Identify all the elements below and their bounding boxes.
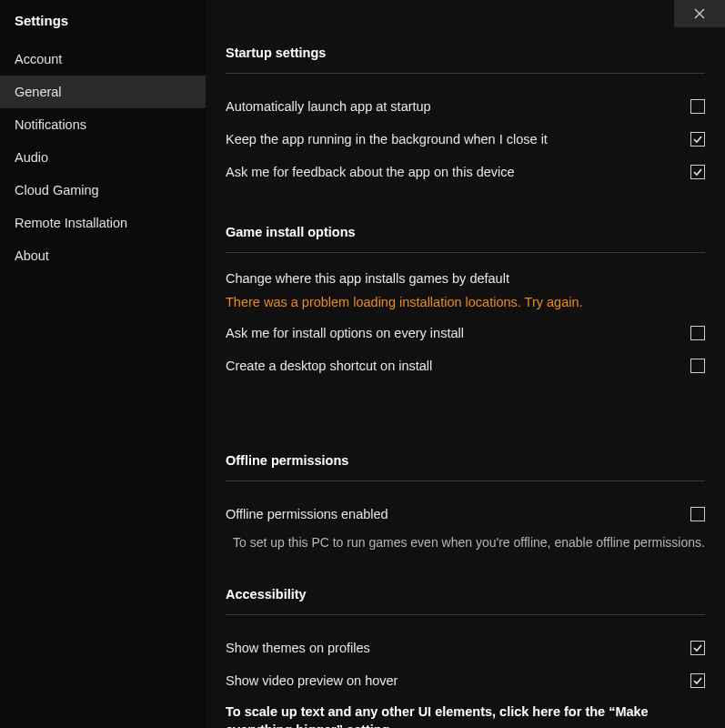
setting-desktop-shortcut: Create a desktop shortcut on install [226, 349, 705, 382]
checkbox-show-themes[interactable] [690, 641, 705, 655]
close-icon [694, 8, 705, 19]
sidebar: Settings Account General Notifications A… [0, 0, 206, 728]
close-button[interactable] [674, 0, 725, 27]
sidebar-item-label: Cloud Gaming [15, 183, 99, 197]
sidebar-item-label: About [15, 248, 49, 263]
sidebar-item-audio[interactable]: Audio [0, 141, 206, 174]
page-title: Settings [0, 0, 206, 43]
offline-help-text: To set up this PC to run games even when… [226, 531, 705, 560]
check-icon [692, 134, 703, 145]
sidebar-item-remote-installation[interactable]: Remote Installation [0, 207, 206, 239]
setting-video-preview: Show video preview on hover [226, 664, 705, 697]
section-title-offline: Offline permissions [226, 453, 705, 481]
checkbox-video-preview[interactable] [690, 673, 705, 688]
check-icon [692, 642, 703, 653]
main-content: Startup settings Automatically launch ap… [206, 0, 725, 728]
checkbox-run-in-background[interactable] [690, 132, 705, 147]
setting-label: Show video preview on hover [226, 672, 398, 690]
sidebar-item-cloud-gaming[interactable]: Cloud Gaming [0, 174, 206, 207]
sidebar-item-about[interactable]: About [0, 239, 206, 272]
setting-launch-at-startup: Automatically launch app at startup [226, 90, 705, 123]
setting-label: Ask me for feedback about the app on thi… [226, 163, 515, 181]
setting-run-in-background: Keep the app running in the background w… [226, 123, 705, 156]
sidebar-item-label: Notifications [15, 117, 86, 132]
setting-label: Show themes on profiles [226, 639, 370, 657]
setting-label: Keep the app running in the background w… [226, 130, 548, 148]
setting-change-install-location: Change where this app installs games by … [226, 269, 705, 293]
setting-label: Automatically launch app at startup [226, 97, 431, 116]
install-location-error[interactable]: There was a problem loading installation… [226, 293, 705, 317]
setting-offline-enabled: Offline permissions enabled [226, 498, 705, 531]
section-accessibility: Accessibility Show themes on profiles Sh… [226, 587, 705, 728]
checkbox-launch-at-startup[interactable] [690, 99, 705, 114]
sidebar-item-label: General [15, 85, 62, 99]
section-title-accessibility: Accessibility [226, 587, 705, 615]
setting-label: Ask me for install options on every inst… [226, 324, 464, 342]
sidebar-item-label: Remote Installation [15, 216, 127, 230]
section-startup: Startup settings Automatically launch ap… [226, 46, 705, 188]
section-offline: Offline permissions Offline permissions … [226, 453, 705, 560]
setting-label: Create a desktop shortcut on install [226, 357, 432, 375]
checkbox-desktop-shortcut[interactable] [690, 359, 705, 373]
scale-ui-link[interactable]: To scale up text and any other UI elemen… [226, 697, 705, 728]
check-icon [692, 675, 703, 686]
setting-feedback: Ask me for feedback about the app on thi… [226, 156, 705, 188]
sidebar-item-label: Audio [15, 150, 48, 165]
sidebar-item-account[interactable]: Account [0, 43, 206, 76]
checkbox-offline-enabled[interactable] [690, 507, 705, 521]
setting-label: Offline permissions enabled [226, 505, 388, 523]
setting-ask-install-options: Ask me for install options on every inst… [226, 317, 705, 349]
setting-show-themes: Show themes on profiles [226, 632, 705, 664]
check-icon [692, 167, 703, 177]
checkbox-feedback[interactable] [690, 165, 705, 179]
checkbox-ask-install-options[interactable] [690, 326, 705, 340]
section-title-startup: Startup settings [226, 46, 705, 74]
sidebar-item-label: Account [15, 52, 62, 66]
section-title-install: Game install options [226, 225, 705, 253]
sidebar-item-general[interactable]: General [0, 76, 206, 108]
section-install: Game install options Change where this a… [226, 225, 705, 382]
sidebar-item-notifications[interactable]: Notifications [0, 108, 206, 141]
